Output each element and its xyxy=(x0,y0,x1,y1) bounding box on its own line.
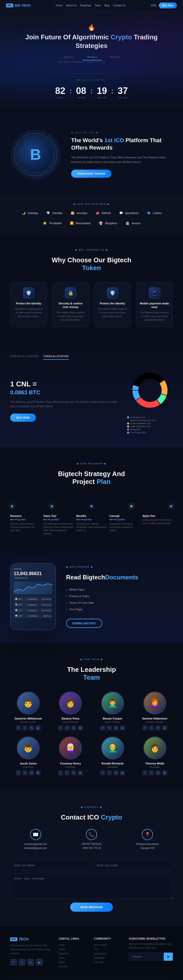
legend-label: Legal Regulation 10% xyxy=(130,425,150,428)
nav-cta-button[interactable]: Buy Now xyxy=(159,3,177,8)
footer-social-icon-1[interactable]: t xyxy=(19,959,26,966)
social-facebook[interactable]: f xyxy=(16,770,21,775)
hero-tab-1[interactable]: PHASE 2 xyxy=(83,54,102,60)
legend-item-legal-regulation-10%: Legal Regulation 10% xyxy=(127,425,173,428)
social-youtube[interactable]: ▶ xyxy=(120,770,125,775)
social-twitter[interactable]: t xyxy=(22,770,27,775)
contact-email-input[interactable] xyxy=(93,861,173,870)
token-amount: 0.4382001 xyxy=(27,604,37,606)
social-linkedin[interactable]: in xyxy=(71,725,76,730)
footer-useful-link-roadmap[interactable]: Roadmap xyxy=(59,952,87,955)
download-button[interactable]: DOWNLOAD DOC xyxy=(66,619,102,628)
contact-icon: 📞 xyxy=(86,829,97,840)
hero-tab-0[interactable]: PHASE 1 xyxy=(59,54,78,60)
nav-link-team[interactable]: Team xyxy=(95,4,101,7)
footer-useful-link-home[interactable]: Home xyxy=(59,944,87,946)
social-twitter[interactable]: t xyxy=(107,770,112,775)
legend-item-public-installation-15%: Public Installation 15% xyxy=(127,422,173,425)
social-linkedin[interactable]: in xyxy=(156,725,161,730)
nav-link-home[interactable]: Home xyxy=(56,4,63,7)
footer-community-link-newsletter[interactable]: Newsletter xyxy=(94,957,121,959)
contact-name-input[interactable] xyxy=(10,861,90,870)
newsletter-submit-button[interactable]: ➤ xyxy=(164,953,173,961)
social-facebook[interactable]: f xyxy=(58,725,63,730)
newsletter-input[interactable] xyxy=(129,953,164,961)
partner-name: Trustpilot xyxy=(49,222,62,225)
token-tabs[interactable]: FUNDING ALLOCATIONTOKEN ALLOCATION xyxy=(10,355,173,360)
footer-useful-link-services[interactable]: Services xyxy=(59,965,87,968)
nav-link-blog[interactable]: Blog xyxy=(104,4,109,7)
token-tab-token-allocation[interactable]: TOKEN ALLOCATION xyxy=(43,355,68,360)
roadmap-tag: ◆ OUR ROADMAP ◆ xyxy=(10,462,173,465)
documents-tag: ◆ WHITEPAPER ◆ xyxy=(66,566,173,568)
contact-message-input[interactable] xyxy=(10,873,173,899)
social-facebook[interactable]: f xyxy=(58,770,63,775)
social-twitter[interactable]: t xyxy=(107,725,112,730)
footer-community-link-suggestions[interactable]: Suggestions xyxy=(94,952,121,955)
footer-community: COMMUNITY How it WorksFAQSuggestionsNews… xyxy=(94,937,121,970)
social-facebook[interactable]: f xyxy=(100,770,105,775)
nav-link-roadmap[interactable]: Roadmap xyxy=(80,4,91,7)
social-linkedin[interactable]: in xyxy=(71,770,76,775)
social-linkedin[interactable]: in xyxy=(29,770,34,775)
partner-name: Questlove xyxy=(125,212,138,215)
feature-icon: 📱 xyxy=(149,287,160,299)
social-facebook[interactable]: f xyxy=(142,725,148,730)
footer-social-icon-2[interactable]: in xyxy=(27,959,34,966)
social-twitter[interactable]: t xyxy=(64,725,70,730)
contact-info-item-0: ✉️ companypgmail.cominfoweb@gmail.com xyxy=(10,829,61,850)
social-linkedin[interactable]: in xyxy=(29,725,34,730)
legend-label: Public Installation 15% xyxy=(130,422,151,425)
team-social-links: f t in ▶ xyxy=(137,770,173,775)
social-twitter[interactable]: t xyxy=(149,725,154,730)
doc-list: White PaperPrivacy & PolicyTerms Of Core… xyxy=(66,586,173,612)
footer-community-link-how-it-works[interactable]: How it Works xyxy=(94,944,121,946)
footer-community-link-live-chat[interactable]: Live Chat xyxy=(94,961,121,964)
token-amount: 0.0043200 xyxy=(27,598,37,600)
roadmap-section: ◆ OUR ROADMAP ◆ Bigtech Strategy And Pro… xyxy=(0,447,183,550)
footer-useful-link-about[interactable]: About xyxy=(59,948,87,951)
countdown-separator-1: : xyxy=(69,86,72,99)
social-linkedin[interactable]: in xyxy=(113,725,119,730)
social-facebook[interactable]: f xyxy=(142,770,148,775)
footer-community-link-faq[interactable]: FAQ xyxy=(94,948,121,951)
social-youtube[interactable]: ▶ xyxy=(162,725,167,730)
social-twitter[interactable]: t xyxy=(149,770,154,775)
social-linkedin[interactable]: in xyxy=(156,770,161,775)
social-youtube[interactable]: ▶ xyxy=(120,725,125,730)
contact-info-item-1: 📞 +86 09774225231+998 762 775 34 xyxy=(66,829,117,850)
buy-now-button[interactable]: BUY NOW xyxy=(10,414,36,422)
hero-tab-2[interactable]: PHASE 3 xyxy=(106,54,124,60)
footer-social-icon-0[interactable]: f xyxy=(10,959,17,966)
nav-links: HomeAbout UsRoadmapTeamBlogContact Us xyxy=(56,4,125,7)
token-name: ETH xyxy=(15,603,22,606)
footer-social-icon-3[interactable]: ▶ xyxy=(36,959,43,966)
token-tab-funding-allocation[interactable]: FUNDING ALLOCATION xyxy=(10,355,38,360)
social-twitter[interactable]: t xyxy=(64,770,70,775)
logo-box: BIG xyxy=(6,3,13,7)
social-twitter[interactable]: t xyxy=(22,725,27,730)
footer-useful-link-team[interactable]: Team xyxy=(59,957,87,959)
nav-lang[interactable]: ENG xyxy=(151,4,157,7)
social-facebook[interactable]: f xyxy=(100,725,105,730)
social-youtube[interactable]: ▶ xyxy=(35,725,41,730)
footer-useful-link-token[interactable]: Token xyxy=(59,961,87,964)
social-youtube[interactable]: ▶ xyxy=(78,770,83,775)
hero-fire: 🔥 xyxy=(10,24,173,31)
legend-item-business-development-35%: Business Development 35% xyxy=(127,419,173,422)
purchase-button[interactable]: PURCHASE TOKENS xyxy=(71,170,111,178)
footer-useful-title: USEFUL LINKS xyxy=(59,937,87,940)
social-linkedin[interactable]: in xyxy=(113,770,119,775)
features-grid: 🛡️ Protect the Identity The Platform hel… xyxy=(10,282,173,327)
social-facebook[interactable]: f xyxy=(16,725,21,730)
token-usd: $2,451.00 xyxy=(42,604,51,606)
social-youtube[interactable]: ▶ xyxy=(162,770,167,775)
feature-desc: The Platform helps investors to make eas… xyxy=(14,307,43,318)
nav-link-about-us[interactable]: About Us xyxy=(66,4,77,7)
roadmap-item-desc: Completion of Technical Documents Protot… xyxy=(109,522,140,532)
social-youtube[interactable]: ▶ xyxy=(35,770,41,775)
nav-link-contact-us[interactable]: Contact Us xyxy=(113,4,125,7)
footer-subscribe-form: ➤ xyxy=(129,953,173,961)
social-youtube[interactable]: ▶ xyxy=(78,725,83,730)
send-message-button[interactable]: SEND MESSAGE xyxy=(70,902,113,912)
